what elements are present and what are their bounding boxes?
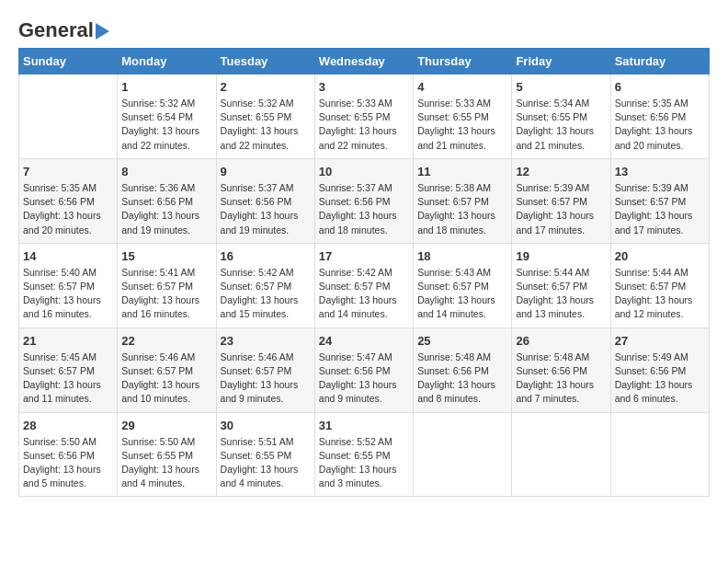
day-number: 21: [23, 334, 113, 348]
day-number: 29: [121, 419, 211, 432]
calendar-header: SundayMondayTuesdayWednesdayThursdayFrid…: [19, 49, 710, 75]
day-info: Sunrise: 5:50 AMSunset: 6:55 PMDaylight:…: [121, 435, 211, 491]
day-number: 7: [23, 165, 113, 178]
day-number: 18: [417, 249, 507, 263]
calendar-cell: 3Sunrise: 5:33 AMSunset: 6:55 PMDaylight…: [314, 75, 413, 159]
header-day-friday: Friday: [512, 49, 610, 75]
day-info: Sunrise: 5:45 AMSunset: 6:57 PMDaylight:…: [23, 350, 113, 407]
day-number: 23: [221, 334, 311, 348]
page-header: General: [18, 18, 710, 39]
day-info: Sunrise: 5:35 AMSunset: 6:56 PMDaylight:…: [615, 97, 705, 153]
calendar-cell: 7Sunrise: 5:35 AMSunset: 6:56 PMDaylight…: [19, 158, 118, 243]
day-info: Sunrise: 5:33 AMSunset: 6:55 PMDaylight:…: [319, 97, 409, 153]
calendar-cell: 24Sunrise: 5:47 AMSunset: 6:56 PMDayligh…: [314, 327, 413, 412]
calendar-table: SundayMondayTuesdayWednesdayThursdayFrid…: [18, 48, 710, 497]
calendar-body: 1Sunrise: 5:32 AMSunset: 6:54 PMDaylight…: [19, 75, 710, 497]
calendar-cell: 6Sunrise: 5:35 AMSunset: 6:56 PMDaylight…: [610, 75, 709, 159]
day-info: Sunrise: 5:40 AMSunset: 6:57 PMDaylight:…: [23, 266, 113, 322]
day-info: Sunrise: 5:41 AMSunset: 6:57 PMDaylight:…: [121, 266, 211, 322]
day-number: 10: [319, 165, 409, 178]
day-info: Sunrise: 5:36 AMSunset: 6:56 PMDaylight:…: [121, 181, 211, 237]
day-number: 20: [615, 249, 705, 263]
calendar-cell: 16Sunrise: 5:42 AMSunset: 6:57 PMDayligh…: [216, 243, 314, 327]
calendar-cell: 28Sunrise: 5:50 AMSunset: 6:56 PMDayligh…: [19, 412, 118, 497]
day-info: Sunrise: 5:37 AMSunset: 6:56 PMDaylight:…: [319, 181, 409, 237]
calendar-cell: 18Sunrise: 5:43 AMSunset: 6:57 PMDayligh…: [414, 243, 512, 327]
day-number: 30: [221, 419, 311, 432]
day-info: Sunrise: 5:50 AMSunset: 6:56 PMDaylight:…: [23, 435, 113, 491]
day-number: 24: [319, 334, 409, 348]
day-number: 28: [23, 419, 113, 432]
calendar-cell: 15Sunrise: 5:41 AMSunset: 6:57 PMDayligh…: [118, 243, 216, 327]
day-number: 11: [417, 165, 507, 178]
calendar-cell: 9Sunrise: 5:37 AMSunset: 6:56 PMDaylight…: [216, 158, 314, 243]
day-info: Sunrise: 5:44 AMSunset: 6:57 PMDaylight:…: [516, 266, 606, 322]
calendar-cell: [414, 412, 512, 497]
day-number: 14: [23, 249, 113, 263]
day-number: 31: [319, 419, 409, 432]
day-number: 1: [121, 80, 211, 94]
logo: General: [18, 18, 109, 39]
day-info: Sunrise: 5:32 AMSunset: 6:55 PMDaylight:…: [221, 97, 311, 153]
calendar-cell: 14Sunrise: 5:40 AMSunset: 6:57 PMDayligh…: [19, 243, 118, 327]
day-number: 26: [516, 334, 606, 348]
day-info: Sunrise: 5:44 AMSunset: 6:57 PMDaylight:…: [615, 266, 705, 322]
day-info: Sunrise: 5:39 AMSunset: 6:57 PMDaylight:…: [516, 181, 606, 237]
day-info: Sunrise: 5:43 AMSunset: 6:57 PMDaylight:…: [417, 266, 507, 322]
day-info: Sunrise: 5:52 AMSunset: 6:55 PMDaylight:…: [319, 435, 409, 491]
day-number: 12: [516, 165, 606, 178]
calendar-cell: [19, 75, 118, 159]
day-number: 5: [516, 80, 606, 94]
header-day-tuesday: Tuesday: [216, 49, 314, 75]
logo-arrow-icon: [96, 23, 109, 40]
calendar-cell: 2Sunrise: 5:32 AMSunset: 6:55 PMDaylight…: [216, 75, 314, 159]
calendar-cell: 5Sunrise: 5:34 AMSunset: 6:55 PMDaylight…: [512, 75, 610, 159]
day-info: Sunrise: 5:37 AMSunset: 6:56 PMDaylight:…: [221, 181, 311, 237]
calendar-cell: 10Sunrise: 5:37 AMSunset: 6:56 PMDayligh…: [314, 158, 413, 243]
day-info: Sunrise: 5:49 AMSunset: 6:56 PMDaylight:…: [615, 350, 705, 407]
day-info: Sunrise: 5:39 AMSunset: 6:57 PMDaylight:…: [615, 181, 705, 237]
week-row-3: 14Sunrise: 5:40 AMSunset: 6:57 PMDayligh…: [19, 243, 710, 327]
calendar-cell: 4Sunrise: 5:33 AMSunset: 6:55 PMDaylight…: [414, 75, 512, 159]
calendar-cell: 1Sunrise: 5:32 AMSunset: 6:54 PMDaylight…: [118, 75, 216, 159]
day-info: Sunrise: 5:42 AMSunset: 6:57 PMDaylight:…: [221, 266, 311, 322]
calendar-cell: 23Sunrise: 5:46 AMSunset: 6:57 PMDayligh…: [216, 327, 314, 412]
day-info: Sunrise: 5:38 AMSunset: 6:57 PMDaylight:…: [417, 181, 507, 237]
day-number: 25: [417, 334, 507, 348]
calendar-cell: 12Sunrise: 5:39 AMSunset: 6:57 PMDayligh…: [512, 158, 610, 243]
day-info: Sunrise: 5:42 AMSunset: 6:57 PMDaylight:…: [319, 266, 409, 322]
calendar-cell: 26Sunrise: 5:48 AMSunset: 6:56 PMDayligh…: [512, 327, 610, 412]
day-number: 9: [221, 165, 311, 178]
calendar-cell: 30Sunrise: 5:51 AMSunset: 6:55 PMDayligh…: [216, 412, 314, 497]
calendar-cell: 22Sunrise: 5:46 AMSunset: 6:57 PMDayligh…: [118, 327, 216, 412]
day-number: 3: [319, 80, 409, 94]
week-row-4: 21Sunrise: 5:45 AMSunset: 6:57 PMDayligh…: [19, 327, 710, 412]
calendar-cell: 25Sunrise: 5:48 AMSunset: 6:56 PMDayligh…: [414, 327, 512, 412]
day-number: 2: [221, 80, 311, 94]
calendar-cell: 19Sunrise: 5:44 AMSunset: 6:57 PMDayligh…: [512, 243, 610, 327]
day-info: Sunrise: 5:48 AMSunset: 6:56 PMDaylight:…: [417, 350, 507, 407]
day-info: Sunrise: 5:34 AMSunset: 6:55 PMDaylight:…: [516, 97, 606, 153]
week-row-2: 7Sunrise: 5:35 AMSunset: 6:56 PMDaylight…: [19, 158, 710, 243]
calendar-cell: 17Sunrise: 5:42 AMSunset: 6:57 PMDayligh…: [314, 243, 413, 327]
day-number: 4: [417, 80, 507, 94]
header-day-saturday: Saturday: [610, 49, 709, 75]
calendar-cell: 11Sunrise: 5:38 AMSunset: 6:57 PMDayligh…: [414, 158, 512, 243]
calendar-cell: 21Sunrise: 5:45 AMSunset: 6:57 PMDayligh…: [19, 327, 118, 412]
day-info: Sunrise: 5:46 AMSunset: 6:57 PMDaylight:…: [121, 350, 211, 407]
day-number: 17: [319, 249, 409, 263]
header-day-thursday: Thursday: [414, 49, 512, 75]
day-info: Sunrise: 5:47 AMSunset: 6:56 PMDaylight:…: [319, 350, 409, 407]
calendar-cell: 8Sunrise: 5:36 AMSunset: 6:56 PMDaylight…: [118, 158, 216, 243]
day-info: Sunrise: 5:33 AMSunset: 6:55 PMDaylight:…: [417, 97, 507, 153]
week-row-5: 28Sunrise: 5:50 AMSunset: 6:56 PMDayligh…: [19, 412, 710, 497]
day-number: 16: [221, 249, 311, 263]
day-number: 19: [516, 249, 606, 263]
day-info: Sunrise: 5:35 AMSunset: 6:56 PMDaylight:…: [23, 181, 113, 237]
day-number: 27: [615, 334, 705, 348]
header-day-sunday: Sunday: [19, 49, 118, 75]
header-day-monday: Monday: [118, 49, 216, 75]
calendar-cell: [610, 412, 709, 497]
day-number: 13: [615, 165, 705, 178]
day-number: 6: [615, 80, 705, 94]
